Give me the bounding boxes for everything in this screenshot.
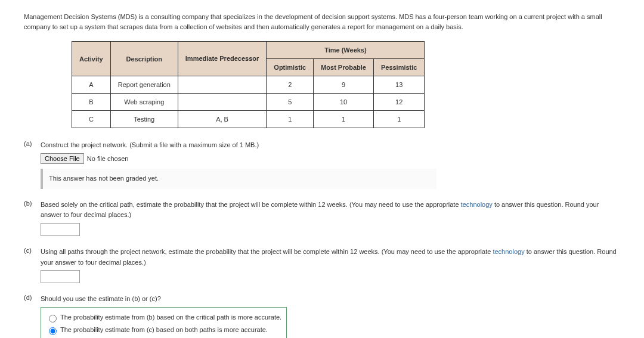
col-pessimistic: Pessimistic (373, 59, 425, 76)
cell: Testing (110, 111, 178, 128)
text: Using all paths through the project netw… (41, 248, 493, 255)
radio-label: The probability estimate from (b) based … (60, 312, 281, 323)
cell: 9 (314, 76, 374, 94)
cell: B (72, 94, 111, 111)
intro-text: Management Decision Systems (MDS) is a c… (24, 12, 620, 32)
answer-c-input[interactable] (41, 270, 80, 283)
table-row: A Report generation 2 9 13 (72, 76, 425, 94)
grading-note: This answer has not been graded yet. (41, 169, 436, 189)
part-a-label: (a) (24, 140, 41, 147)
part-b-label: (b) (24, 200, 41, 207)
cell: A, B (178, 111, 267, 128)
answer-b-input[interactable] (41, 223, 80, 236)
cell: 13 (373, 76, 425, 94)
cell (178, 94, 267, 111)
cell: 5 (267, 94, 314, 111)
col-most-probable: Most Probable (314, 59, 374, 76)
no-file-label: No file chosen (87, 155, 129, 162)
part-c-label: (c) (24, 247, 41, 254)
part-d-text: Should you use the estimate in (b) or (c… (41, 294, 620, 305)
cell: Web scraping (110, 94, 178, 111)
text: Based solely on the critical path, estim… (41, 201, 461, 208)
part-b-text: Based solely on the critical path, estim… (41, 201, 599, 219)
col-optimistic: Optimistic (267, 59, 314, 76)
time-header: Time (Weeks) (267, 42, 425, 59)
technology-link[interactable]: technology (493, 248, 524, 255)
cell: Report generation (110, 76, 178, 94)
radio-option-0[interactable] (49, 315, 57, 323)
cell: C (72, 111, 111, 128)
col-description: Description (110, 42, 178, 76)
cell: 10 (314, 94, 374, 111)
cell: A (72, 76, 111, 94)
technology-link[interactable]: technology (461, 201, 493, 208)
cell: 1 (314, 111, 374, 128)
cell: 1 (267, 111, 314, 128)
radio-label: The probability estimate from (c) based … (60, 325, 268, 336)
cell: 12 (373, 94, 425, 111)
cell: 2 (267, 76, 314, 94)
col-activity: Activity (72, 42, 111, 76)
cell: 1 (373, 111, 425, 128)
choose-file-button[interactable]: Choose File (41, 153, 84, 164)
cell (178, 76, 267, 94)
col-predecessor: Immediate Predecessor (178, 42, 267, 76)
radio-group: The probability estimate from (b) based … (41, 307, 287, 338)
table-row: C Testing A, B 1 1 1 (72, 111, 425, 128)
radio-option-1[interactable] (49, 327, 57, 335)
part-c-text: Using all paths through the project netw… (41, 248, 617, 266)
part-a-text: Construct the project network. (Submit a… (41, 140, 620, 151)
part-d-label: (d) (24, 294, 41, 301)
activity-table: Activity Description Immediate Predecess… (72, 41, 425, 128)
table-row: B Web scraping 5 10 12 (72, 94, 425, 111)
